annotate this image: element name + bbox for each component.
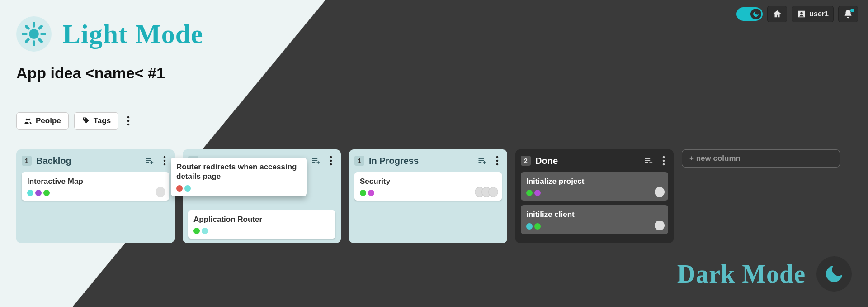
card-tags xyxy=(526,223,663,230)
user-label: user1 xyxy=(809,10,829,18)
card-list: Interactive Map xyxy=(16,172,175,201)
moon-icon xyxy=(823,263,845,285)
avatar xyxy=(488,187,498,197)
card-tags xyxy=(526,190,663,196)
svg-point-9 xyxy=(330,163,332,166)
add-card-icon xyxy=(477,156,486,165)
tag-dot xyxy=(526,223,533,230)
people-icon xyxy=(24,117,32,125)
card-tags xyxy=(27,190,164,196)
add-card-button[interactable] xyxy=(642,154,655,167)
column-title: Done xyxy=(535,156,637,166)
bell-icon xyxy=(843,9,853,19)
add-card-button[interactable] xyxy=(476,154,488,167)
card[interactable]: Application Router xyxy=(188,210,335,239)
moon-badge xyxy=(816,256,852,292)
svg-point-4 xyxy=(164,156,166,158)
avatar xyxy=(156,187,165,197)
tag-dot xyxy=(176,185,183,192)
user-icon xyxy=(797,9,807,19)
avatar-row xyxy=(478,187,498,197)
home-button[interactable] xyxy=(767,6,787,22)
column-menu-button[interactable] xyxy=(326,154,335,168)
new-column-label: + new column xyxy=(689,154,741,163)
dots-vertical-icon xyxy=(496,156,499,166)
user-button[interactable]: user1 xyxy=(792,6,834,22)
svg-point-10 xyxy=(496,156,499,158)
tag-dot xyxy=(534,190,541,196)
column-menu-button[interactable] xyxy=(493,154,502,168)
svg-point-1 xyxy=(127,116,130,119)
tag-dot xyxy=(184,185,191,192)
svg-point-5 xyxy=(164,160,166,162)
svg-point-2 xyxy=(127,120,130,122)
card-title: Security xyxy=(360,177,496,186)
avatar xyxy=(655,187,665,197)
card-title: Initialize project xyxy=(526,177,663,186)
dark-mode-label: Dark Mode xyxy=(677,259,806,288)
dots-vertical-icon xyxy=(127,116,130,126)
column-title: In Progress xyxy=(369,156,471,166)
svg-point-11 xyxy=(496,160,499,162)
column-count: 1 xyxy=(22,156,32,166)
notifications-button[interactable] xyxy=(838,6,858,22)
svg-point-0 xyxy=(29,29,39,39)
tag-dot xyxy=(35,190,42,196)
home-icon xyxy=(772,9,782,19)
card-tags xyxy=(193,228,330,234)
dots-vertical-icon xyxy=(662,156,665,166)
column-done[interactable]: 2 Done Initialize project initilize clie… xyxy=(515,149,674,243)
dots-vertical-icon xyxy=(330,156,332,166)
card[interactable]: initilize client xyxy=(521,205,668,234)
svg-point-13 xyxy=(663,156,665,158)
column-menu-button[interactable] xyxy=(659,154,668,168)
tags-filter-label: Tags xyxy=(94,116,111,125)
column-header: 1 Backlog xyxy=(16,149,175,172)
svg-point-12 xyxy=(496,163,499,166)
column-menu-button[interactable] xyxy=(160,154,169,168)
people-filter[interactable]: Peolpe xyxy=(16,112,69,130)
card-list: Security xyxy=(349,172,507,201)
card-title: Application Router xyxy=(193,215,330,224)
svg-point-7 xyxy=(330,156,332,158)
card-title: Interactive Map xyxy=(27,177,164,186)
column-backlog[interactable]: 1 Backlog Interactive Map xyxy=(16,149,175,243)
sun-icon xyxy=(22,22,46,46)
tag-dot xyxy=(43,190,50,196)
svg-point-14 xyxy=(663,160,665,162)
moon-icon xyxy=(752,10,760,18)
add-card-button[interactable] xyxy=(309,154,322,167)
dragging-card[interactable]: Router redirects when accessing details … xyxy=(171,158,307,196)
svg-point-6 xyxy=(164,163,166,166)
add-card-icon xyxy=(311,156,320,165)
add-card-button[interactable] xyxy=(143,154,156,167)
card[interactable]: Interactive Map xyxy=(22,172,169,201)
people-filter-label: Peolpe xyxy=(36,116,61,125)
card[interactable]: Security xyxy=(354,172,502,201)
new-column-button[interactable]: + new column xyxy=(682,149,840,168)
tag-dot xyxy=(202,228,208,234)
tags-filter[interactable]: Tags xyxy=(74,112,118,130)
svg-point-8 xyxy=(330,160,332,162)
card[interactable]: Initialize project xyxy=(521,172,668,201)
column-header: 2 Done xyxy=(515,149,674,172)
light-mode-label: Light Mode xyxy=(62,19,203,50)
add-card-icon xyxy=(644,156,653,165)
column-count: 2 xyxy=(521,156,531,166)
svg-point-15 xyxy=(663,163,665,166)
column-title: Backlog xyxy=(36,156,138,166)
light-mode-badge: Light Mode xyxy=(16,16,203,52)
tag-dot xyxy=(368,190,374,196)
card-title: initilize client xyxy=(526,210,663,219)
more-filters-button[interactable] xyxy=(124,114,133,128)
theme-toggle-knob xyxy=(750,9,761,19)
theme-toggle[interactable] xyxy=(736,7,763,21)
filter-bar: Peolpe Tags xyxy=(16,112,133,130)
tag-dot xyxy=(360,190,366,196)
dots-vertical-icon xyxy=(163,156,166,166)
board-title: App idea <name< #1 xyxy=(16,64,165,82)
column-in-progress[interactable]: 1 In Progress Security xyxy=(349,149,507,243)
board: 1 Backlog Interactive Map 3 xyxy=(16,149,840,243)
sun-badge xyxy=(16,16,52,52)
card-title: Router redirects when accessing details … xyxy=(176,162,301,182)
